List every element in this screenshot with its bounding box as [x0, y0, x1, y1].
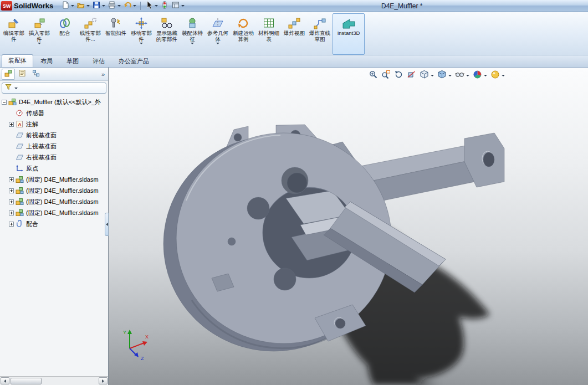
- collapse-expander-icon[interactable]: [2, 100, 7, 105]
- expand-plus-icon[interactable]: [9, 177, 14, 182]
- reference-geometry-button[interactable]: 参考几何体: [205, 13, 231, 55]
- tab-assembly[interactable]: 装配体: [2, 54, 33, 67]
- tree-item-sensors[interactable]: 传感器: [0, 107, 108, 119]
- dropdown-caret-icon: [102, 5, 105, 7]
- tree-item-label: (固定) D4E_Muffler.sldasm: [26, 209, 99, 217]
- tree-item-origin[interactable]: 原点: [0, 163, 108, 174]
- tree-item-top-plane[interactable]: 上视基准面: [0, 141, 108, 152]
- brand-text: SolidWorks: [14, 2, 53, 10]
- new-motion-study-button[interactable]: 新建运动算例: [231, 13, 256, 55]
- linear-component-pattern-button[interactable]: 线性零部件...: [78, 13, 103, 55]
- scroll-left-button[interactable]: [1, 377, 9, 384]
- tree-item-subassembly-3[interactable]: (固定) D4E_Muffler.sldasm: [0, 196, 108, 207]
- ribbon-button-label: 新建运动算例: [232, 30, 255, 42]
- previous-view-icon: [394, 70, 403, 81]
- new-document-button[interactable]: [60, 1, 75, 12]
- filter-funnel-icon: [4, 83, 12, 93]
- tree-root-assembly[interactable]: D4E_Muffler (默认<<默认>_外: [0, 96, 108, 107]
- mate-icon: [58, 16, 71, 30]
- open-folder-icon: [76, 1, 85, 12]
- assembly-icon: [8, 98, 17, 106]
- zoom-to-fit-button[interactable]: [369, 70, 378, 81]
- plane-icon: [16, 131, 24, 139]
- mate-button[interactable]: 配合: [52, 13, 78, 55]
- panel-collapse-button[interactable]: »: [101, 71, 106, 78]
- bill-of-materials-button[interactable]: 材料明细表: [256, 13, 282, 55]
- zoom-to-area-icon: [381, 70, 391, 81]
- dropdown-caret-icon: [502, 75, 505, 76]
- apply-scene-button[interactable]: [490, 70, 505, 81]
- panel-splitter-handle[interactable]: [105, 213, 109, 236]
- tab-office-products[interactable]: 办公室产品: [112, 55, 156, 67]
- tree-filter-field[interactable]: [2, 83, 106, 94]
- section-view-button[interactable]: [407, 70, 416, 81]
- print-icon: [108, 1, 116, 12]
- tree-item-annotations[interactable]: A 注解: [0, 119, 108, 130]
- graphics-viewport[interactable]: Y X Z: [109, 68, 588, 385]
- property-manager-tab[interactable]: [16, 69, 29, 80]
- tree-item-right-plane[interactable]: 右视基准面: [0, 152, 108, 163]
- edit-component-button[interactable]: 编辑零部件: [1, 13, 27, 55]
- select-button[interactable]: [144, 1, 159, 12]
- show-hidden-components-button[interactable]: 显示隐藏的零部件: [154, 13, 180, 55]
- undo-arrow-icon: [123, 1, 132, 12]
- hide-show-items-button[interactable]: [455, 70, 469, 81]
- mates-paperclip-icon: [16, 220, 24, 228]
- command-options-button[interactable]: [170, 1, 186, 12]
- ribbon-button-label: 插入零部件: [28, 30, 51, 42]
- move-component-button[interactable]: 移动零部件: [129, 13, 154, 55]
- panel-horizontal-scrollbar[interactable]: [0, 376, 108, 385]
- dropdown-caret-icon: [71, 5, 74, 7]
- tree-item-subassembly-2[interactable]: (固定) D4E_Muffler.sldasm: [0, 185, 108, 196]
- origin-icon: [16, 165, 24, 172]
- ribbon-button-label: 编辑零部件: [2, 30, 25, 42]
- show-hidden-components-icon: [160, 16, 173, 30]
- configuration-icon: [32, 69, 40, 80]
- display-style-button[interactable]: [437, 70, 452, 81]
- expand-plus-icon[interactable]: [9, 211, 14, 215]
- expand-plus-icon[interactable]: [9, 199, 14, 204]
- tree-item-subassembly-1[interactable]: (固定) D4E_Muffler.sldasm: [0, 174, 108, 185]
- assembly-features-button[interactable]: 装配体特征: [180, 13, 205, 55]
- appearance-ball-icon: [473, 70, 482, 81]
- tab-evaluate[interactable]: 评估: [86, 55, 111, 67]
- tab-layout[interactable]: 布局: [34, 55, 59, 67]
- previous-view-button[interactable]: [394, 70, 403, 81]
- collapse-arrow-icon: [106, 223, 108, 226]
- command-manager-tabs: 装配体 布局 草图 评估 办公室产品: [0, 55, 588, 68]
- edit-appearance-button[interactable]: [473, 70, 487, 81]
- tab-sketch[interactable]: 草图: [60, 55, 85, 67]
- expand-plus-icon[interactable]: [9, 188, 14, 193]
- open-button[interactable]: [75, 1, 91, 12]
- scroll-right-button[interactable]: [99, 377, 108, 384]
- insert-components-button[interactable]: 插入零部件: [27, 13, 52, 55]
- explode-line-sketch-button[interactable]: 爆炸直线草图: [307, 13, 333, 55]
- smart-fasteners-button[interactable]: 智能扣件: [103, 13, 129, 55]
- tree-item-front-plane[interactable]: 前视基准面: [0, 130, 108, 141]
- zoom-to-area-button[interactable]: [381, 70, 391, 81]
- sensors-icon: [16, 109, 24, 117]
- configuration-manager-tab[interactable]: [29, 69, 43, 80]
- assembly-icon: [16, 198, 24, 206]
- window-title: D4E_Muffler *: [381, 2, 422, 10]
- scrollbar-thumb[interactable]: [11, 378, 42, 384]
- exploded-view-button[interactable]: 爆炸视图: [282, 13, 307, 55]
- feature-manager-tab[interactable]: [2, 69, 15, 80]
- tree-item-mates[interactable]: 配合: [0, 218, 108, 229]
- expand-plus-icon[interactable]: [9, 122, 14, 127]
- save-button[interactable]: [91, 1, 106, 12]
- view-orientation-button[interactable]: [420, 70, 434, 81]
- print-button[interactable]: [106, 1, 122, 12]
- rebuild-button[interactable]: [159, 1, 170, 12]
- ribbon-button-label: Instant3D: [338, 30, 360, 37]
- dropdown-caret-icon: [191, 43, 194, 44]
- display-style-cube-icon: [437, 70, 447, 81]
- panel-tab-strip: »: [0, 68, 108, 81]
- tree-item-subassembly-4[interactable]: (固定) D4E_Muffler.sldasm: [0, 207, 108, 218]
- undo-button[interactable]: [122, 1, 137, 12]
- instant3d-button[interactable]: Instant3D: [333, 13, 365, 55]
- expand-plus-icon[interactable]: [9, 222, 14, 227]
- ribbon-button-label: 移动零部件: [130, 30, 153, 42]
- new-document-icon: [61, 1, 70, 12]
- tree-item-label: (固定) D4E_Muffler.sldasm: [26, 176, 99, 184]
